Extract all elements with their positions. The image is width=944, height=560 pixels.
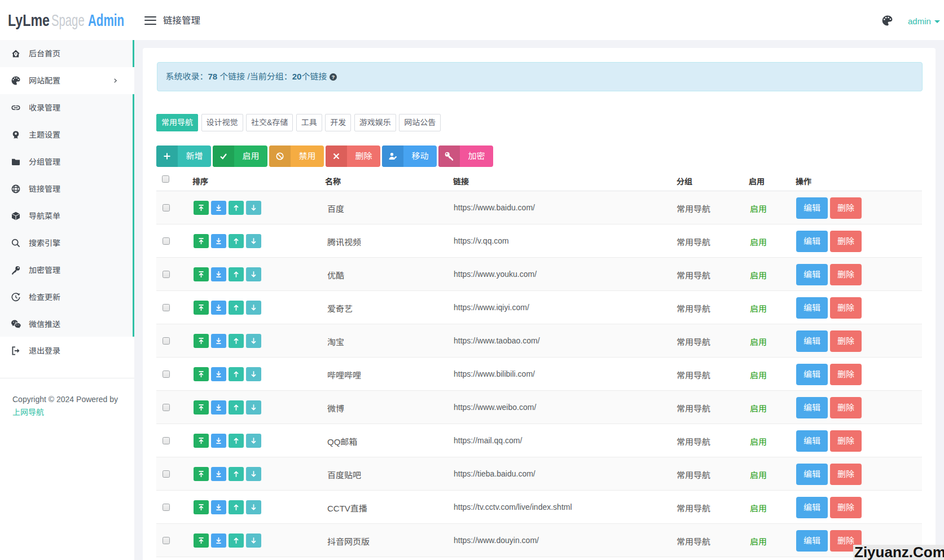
svg-text:?: ? [331,74,334,80]
